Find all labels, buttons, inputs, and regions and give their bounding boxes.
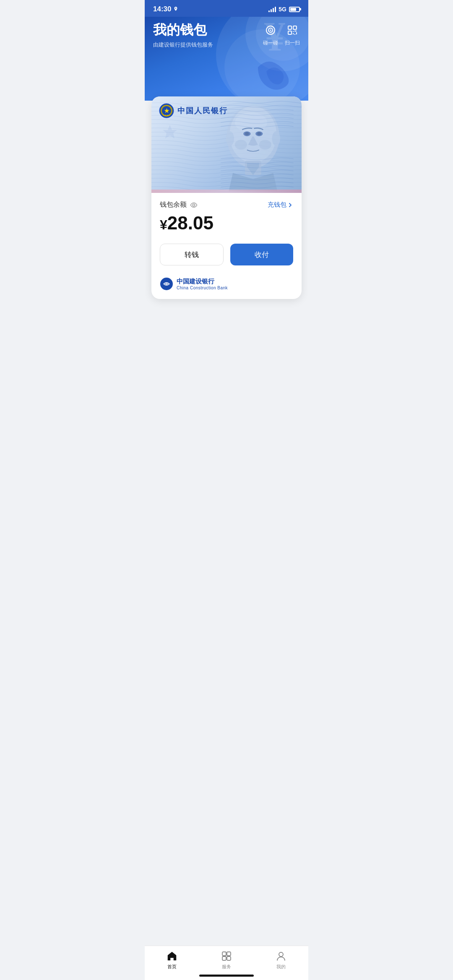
svg-point-30 <box>235 140 247 149</box>
recharge-button[interactable]: 充钱包 <box>268 201 293 209</box>
nfc-icon <box>263 23 278 38</box>
battery-icon <box>289 7 300 12</box>
national-emblem-icon: ★ ★★★★ <box>159 103 174 118</box>
svg-point-23 <box>272 131 280 146</box>
bank-logo-row: 中国建设银行 China Construction Bank <box>160 276 293 291</box>
ccb-logo-icon <box>160 277 173 291</box>
transfer-button[interactable]: 转钱 <box>160 244 224 265</box>
nfc-button[interactable]: 碰一碰 <box>263 23 278 47</box>
ccb-cn-name: 中国建设银行 <box>177 278 228 286</box>
svg-point-5 <box>270 30 271 31</box>
eye-icon[interactable] <box>190 201 198 209</box>
svg-rect-6 <box>288 26 292 29</box>
signal-bars <box>268 6 276 12</box>
svg-rect-7 <box>293 26 297 29</box>
svg-point-32 <box>193 204 195 206</box>
bank-name: 中国人民银行 <box>177 106 228 116</box>
status-icons: 5G <box>268 6 300 13</box>
status-time: 14:30 <box>153 5 178 13</box>
svg-point-29 <box>257 132 261 135</box>
pay-button[interactable]: 收付 <box>230 244 293 265</box>
ccb-name-block: 中国建设银行 China Construction Bank <box>177 278 228 290</box>
scan-icon <box>285 23 300 38</box>
svg-text:★★★★: ★★★★ <box>163 114 170 116</box>
color-strip <box>151 190 302 193</box>
currency-card: ★ ★★★★ 中国人民银行 <box>151 96 302 193</box>
action-buttons: 转钱 收付 <box>160 244 293 265</box>
main-card: ★ ★★★★ 中国人民银行 <box>151 96 302 299</box>
balance-label-row: 钱包余额 <box>160 200 198 209</box>
currency-symbol: ¥ <box>160 217 167 232</box>
balance-amount: ¥28.05 <box>160 213 293 234</box>
balance-label-text: 钱包余额 <box>160 200 187 209</box>
network-label: 5G <box>279 6 286 13</box>
svg-point-24 <box>226 131 234 146</box>
svg-text:★: ★ <box>164 107 169 114</box>
balance-row: 钱包余额 充钱包 <box>160 200 293 209</box>
chevron-right-icon <box>287 202 293 208</box>
amount-value: 28.05 <box>167 213 213 233</box>
svg-rect-8 <box>288 31 292 34</box>
wallet-info: 钱包余额 充钱包 ¥28.05 转钱 <box>151 193 302 299</box>
scan-label: 扫一扫 <box>285 39 300 47</box>
svg-point-31 <box>259 140 271 149</box>
svg-point-34 <box>165 283 168 285</box>
location-icon <box>173 7 178 12</box>
scan-button[interactable]: 扫一扫 <box>285 23 300 47</box>
svg-point-28 <box>245 132 249 135</box>
nfc-label: 碰一碰 <box>263 39 278 47</box>
header: ¥ 我的钱包 由建设银行提供钱包服务 <box>145 17 308 101</box>
ccb-en-name: China Construction Bank <box>177 286 228 290</box>
status-bar: 14:30 5G <box>145 0 308 17</box>
currency-card-header: ★ ★★★★ 中国人民银行 <box>151 96 302 118</box>
